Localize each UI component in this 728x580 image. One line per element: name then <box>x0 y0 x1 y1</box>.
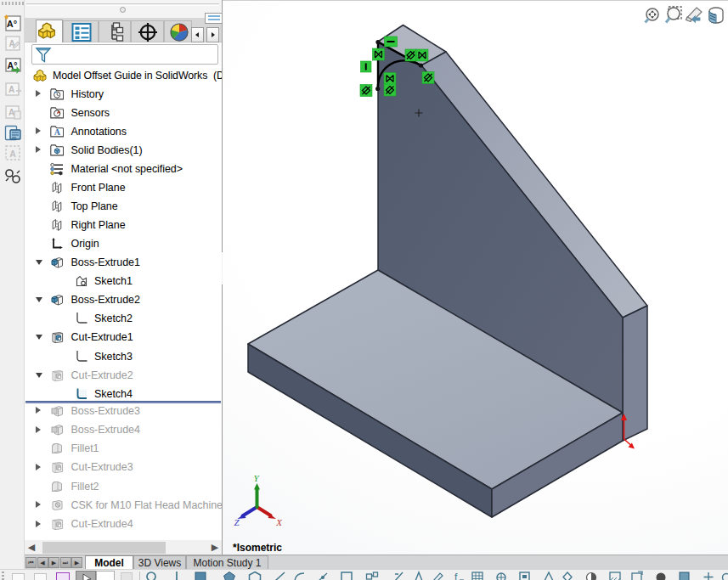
svg-text:f: f <box>454 572 458 580</box>
svg-text:A: A <box>54 127 61 137</box>
svg-text:X: X <box>275 517 283 527</box>
svg-text:A: A <box>8 85 14 94</box>
svg-text:A°: A° <box>8 60 18 70</box>
svg-text:A: A <box>8 108 14 117</box>
svg-text:Z: Z <box>234 517 240 527</box>
svg-text:A: A <box>9 149 16 159</box>
svg-text:A°: A° <box>7 19 17 29</box>
svg-text:Y: Y <box>253 473 260 483</box>
